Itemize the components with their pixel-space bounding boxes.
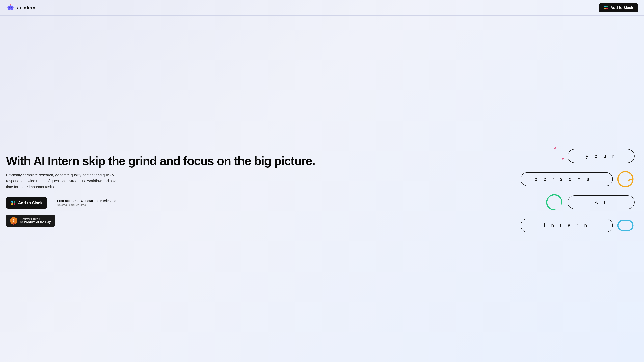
ph-label: PRODUCT HUNT (20, 218, 51, 220)
svg-rect-10 (606, 6, 608, 7)
bubble-yellow (616, 170, 634, 188)
left-section: With AI Intern skip the grind and focus … (6, 155, 354, 227)
right-section: y o u r p e r s o n a l A I i n t e r (360, 147, 638, 235)
bubble-green (546, 193, 564, 212)
logo-area: ai intern (6, 3, 36, 12)
svg-rect-14 (14, 201, 16, 203)
product-hunt-badge[interactable]: 3 PRODUCT HUNT #3 Product of the Day (6, 215, 55, 227)
svg-rect-9 (604, 6, 606, 7)
svg-rect-7 (7, 7, 8, 8)
cta-free-label: Free account - Get started in minutes (57, 199, 116, 203)
cta-divider (52, 198, 52, 208)
pill-row-2: p e r s o n a l (520, 170, 634, 188)
svg-rect-12 (606, 8, 608, 9)
cta-row: Add to Slack Free account - Get started … (6, 197, 354, 209)
svg-rect-15 (12, 203, 13, 205)
hero-subtitle: Efficiently complete research, generate … (6, 172, 120, 190)
svg-rect-17 (618, 220, 633, 230)
brand-name: ai intern (17, 5, 36, 10)
slack-icon-main (11, 200, 16, 206)
pill-row-3: A I (546, 193, 634, 212)
logo-icon (6, 3, 15, 12)
add-to-slack-button-main[interactable]: Add to Slack (6, 197, 47, 209)
slack-icon-nav (604, 5, 608, 10)
pill-ai: A I (568, 195, 634, 209)
ph-rank-number: 3 (13, 219, 14, 222)
add-to-slack-button-nav[interactable]: Add to Slack (599, 3, 638, 12)
add-to-slack-nav-label: Add to Slack (610, 5, 633, 10)
bubble-blue (616, 216, 634, 235)
pill-row-4: i n t e r n (520, 216, 634, 235)
bubble-pink (546, 147, 564, 165)
svg-rect-16 (14, 203, 16, 205)
ph-medal: 3 (10, 217, 18, 224)
cta-no-cc: No credit card required (57, 203, 116, 207)
ph-rank-text: #3 Product of the Day (20, 220, 51, 224)
svg-rect-11 (604, 8, 606, 9)
cta-info: Free account - Get started in minutes No… (57, 199, 116, 207)
pill-intern: i n t e r n (520, 219, 613, 232)
pill-personal: p e r s o n a l (520, 172, 613, 186)
navbar: ai intern Add to Slack (0, 0, 644, 15)
pill-your: y o u r (568, 149, 634, 163)
svg-point-6 (10, 4, 11, 5)
add-to-slack-main-label: Add to Slack (18, 201, 42, 205)
ph-text: PRODUCT HUNT #3 Product of the Day (20, 218, 51, 224)
hero-title: With AI Intern skip the grind and focus … (6, 155, 354, 167)
svg-point-3 (9, 7, 10, 8)
main-content: With AI Intern skip the grind and focus … (0, 15, 644, 362)
pill-row-1: y o u r (546, 147, 634, 165)
svg-point-4 (11, 7, 12, 8)
svg-rect-13 (12, 201, 13, 203)
svg-rect-8 (13, 7, 14, 8)
